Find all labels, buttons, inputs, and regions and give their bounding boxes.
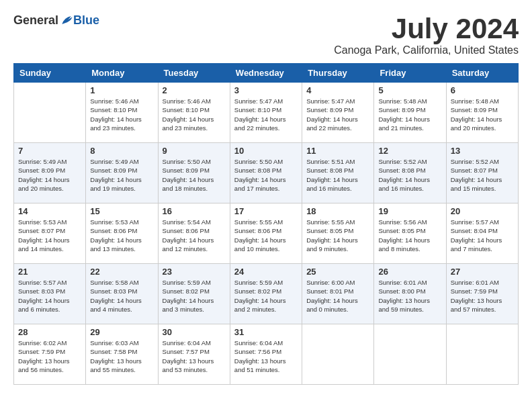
day-number: 7 — [18, 146, 81, 156]
week-row-1: 1Sunrise: 5:46 AM Sunset: 8:10 PM Daylig… — [14, 83, 519, 143]
day-number: 1 — [90, 85, 153, 95]
day-info: Sunrise: 5:55 AM Sunset: 8:06 PM Dayligh… — [234, 218, 298, 253]
day-info: Sunrise: 5:47 AM Sunset: 8:10 PM Dayligh… — [234, 97, 298, 132]
title-block: July 2024 Canoga Park, California, Unite… — [334, 13, 519, 56]
day-number: 16 — [163, 206, 226, 216]
day-info: Sunrise: 5:57 AM Sunset: 8:03 PM Dayligh… — [18, 278, 81, 314]
day-number: 23 — [163, 267, 226, 277]
day-number: 8 — [90, 146, 153, 156]
page-header: General Blue July 2024 Canoga Park, Cali… — [13, 13, 519, 56]
calendar-cell: 25Sunrise: 6:00 AM Sunset: 8:01 PM Dayli… — [302, 264, 374, 324]
calendar-cell: 15Sunrise: 5:53 AM Sunset: 8:06 PM Dayli… — [86, 203, 158, 264]
calendar-cell: 23Sunrise: 5:59 AM Sunset: 8:02 PM Dayli… — [158, 264, 230, 324]
day-number: 13 — [451, 146, 514, 156]
day-number: 10 — [234, 146, 298, 156]
day-number: 14 — [18, 206, 81, 216]
location: Canoga Park, California, United States — [334, 44, 519, 56]
day-info: Sunrise: 5:57 AM Sunset: 8:04 PM Dayligh… — [451, 218, 514, 253]
day-number: 17 — [234, 206, 298, 216]
day-number: 3 — [234, 85, 298, 95]
logo-blue: Blue — [73, 13, 99, 28]
weekday-header-sunday: Sunday — [14, 64, 86, 83]
day-info: Sunrise: 5:58 AM Sunset: 8:03 PM Dayligh… — [90, 278, 153, 314]
calendar-cell: 5Sunrise: 5:48 AM Sunset: 8:09 PM Daylig… — [374, 83, 446, 143]
day-info: Sunrise: 5:50 AM Sunset: 8:08 PM Dayligh… — [234, 157, 298, 193]
day-info: Sunrise: 5:53 AM Sunset: 8:06 PM Dayligh… — [90, 218, 153, 253]
calendar-cell: 4Sunrise: 5:47 AM Sunset: 8:09 PM Daylig… — [302, 83, 374, 143]
weekday-header-wednesday: Wednesday — [230, 64, 302, 83]
day-number: 25 — [306, 267, 369, 277]
day-number: 12 — [378, 146, 441, 156]
calendar-cell: 22Sunrise: 5:58 AM Sunset: 8:03 PM Dayli… — [86, 264, 158, 324]
calendar-cell — [374, 324, 446, 385]
calendar-cell: 3Sunrise: 5:47 AM Sunset: 8:10 PM Daylig… — [230, 83, 302, 143]
calendar-cell: 28Sunrise: 6:02 AM Sunset: 7:59 PM Dayli… — [14, 324, 86, 385]
month-title: July 2024 — [334, 13, 519, 44]
day-info: Sunrise: 5:47 AM Sunset: 8:09 PM Dayligh… — [306, 97, 369, 132]
day-info: Sunrise: 6:03 AM Sunset: 7:58 PM Dayligh… — [90, 338, 153, 374]
weekday-header-monday: Monday — [86, 64, 158, 83]
week-row-2: 7Sunrise: 5:49 AM Sunset: 8:09 PM Daylig… — [14, 143, 519, 203]
day-info: Sunrise: 5:50 AM Sunset: 8:09 PM Dayligh… — [163, 157, 226, 193]
logo: General Blue — [13, 13, 99, 28]
day-info: Sunrise: 6:04 AM Sunset: 7:56 PM Dayligh… — [234, 338, 298, 374]
calendar-cell: 29Sunrise: 6:03 AM Sunset: 7:58 PM Dayli… — [86, 324, 158, 385]
calendar-cell: 7Sunrise: 5:49 AM Sunset: 8:09 PM Daylig… — [14, 143, 86, 203]
calendar-cell: 24Sunrise: 5:59 AM Sunset: 8:02 PM Dayli… — [230, 264, 302, 324]
day-number: 30 — [163, 327, 226, 337]
day-number: 2 — [163, 85, 226, 95]
day-number: 6 — [451, 85, 514, 95]
day-info: Sunrise: 5:52 AM Sunset: 8:07 PM Dayligh… — [451, 157, 514, 193]
weekday-header-thursday: Thursday — [302, 64, 374, 83]
day-info: Sunrise: 6:00 AM Sunset: 8:01 PM Dayligh… — [306, 278, 369, 314]
calendar-cell: 17Sunrise: 5:55 AM Sunset: 8:06 PM Dayli… — [230, 203, 302, 264]
week-row-5: 28Sunrise: 6:02 AM Sunset: 7:59 PM Dayli… — [14, 324, 519, 385]
calendar-cell: 16Sunrise: 5:54 AM Sunset: 8:06 PM Dayli… — [158, 203, 230, 264]
weekday-header-saturday: Saturday — [446, 64, 518, 83]
day-info: Sunrise: 5:54 AM Sunset: 8:06 PM Dayligh… — [163, 218, 226, 253]
calendar-cell: 8Sunrise: 5:49 AM Sunset: 8:09 PM Daylig… — [86, 143, 158, 203]
day-number: 15 — [90, 206, 153, 216]
calendar-cell — [302, 324, 374, 385]
calendar-cell: 20Sunrise: 5:57 AM Sunset: 8:04 PM Dayli… — [446, 203, 518, 264]
day-info: Sunrise: 6:02 AM Sunset: 7:59 PM Dayligh… — [18, 338, 81, 374]
day-number: 11 — [306, 146, 369, 156]
calendar-cell: 21Sunrise: 5:57 AM Sunset: 8:03 PM Dayli… — [14, 264, 86, 324]
day-number: 4 — [306, 85, 369, 95]
calendar-cell: 1Sunrise: 5:46 AM Sunset: 8:10 PM Daylig… — [86, 83, 158, 143]
weekday-header-row: SundayMondayTuesdayWednesdayThursdayFrid… — [14, 64, 519, 83]
week-row-4: 21Sunrise: 5:57 AM Sunset: 8:03 PM Dayli… — [14, 264, 519, 324]
calendar-cell: 26Sunrise: 6:01 AM Sunset: 8:00 PM Dayli… — [374, 264, 446, 324]
day-info: Sunrise: 5:52 AM Sunset: 8:08 PM Dayligh… — [378, 157, 441, 193]
day-number: 20 — [451, 206, 514, 216]
calendar-cell: 12Sunrise: 5:52 AM Sunset: 8:08 PM Dayli… — [374, 143, 446, 203]
calendar-cell — [446, 324, 518, 385]
day-number: 28 — [18, 327, 81, 337]
calendar-cell: 10Sunrise: 5:50 AM Sunset: 8:08 PM Dayli… — [230, 143, 302, 203]
day-info: Sunrise: 5:49 AM Sunset: 8:09 PM Dayligh… — [90, 157, 153, 193]
day-info: Sunrise: 5:46 AM Sunset: 8:10 PM Dayligh… — [90, 97, 153, 132]
day-info: Sunrise: 5:46 AM Sunset: 8:10 PM Dayligh… — [163, 97, 226, 132]
day-number: 18 — [306, 206, 369, 216]
day-number: 27 — [451, 267, 514, 277]
weekday-header-friday: Friday — [374, 64, 446, 83]
day-info: Sunrise: 5:48 AM Sunset: 8:09 PM Dayligh… — [378, 97, 441, 132]
day-number: 22 — [90, 267, 153, 277]
calendar-cell: 13Sunrise: 5:52 AM Sunset: 8:07 PM Dayli… — [446, 143, 518, 203]
calendar-cell: 18Sunrise: 5:55 AM Sunset: 8:05 PM Dayli… — [302, 203, 374, 264]
calendar-cell: 6Sunrise: 5:48 AM Sunset: 8:09 PM Daylig… — [446, 83, 518, 143]
calendar-cell: 2Sunrise: 5:46 AM Sunset: 8:10 PM Daylig… — [158, 83, 230, 143]
day-info: Sunrise: 5:55 AM Sunset: 8:05 PM Dayligh… — [306, 218, 369, 253]
day-info: Sunrise: 6:01 AM Sunset: 7:59 PM Dayligh… — [451, 278, 514, 314]
calendar-cell: 14Sunrise: 5:53 AM Sunset: 8:07 PM Dayli… — [14, 203, 86, 264]
calendar-cell: 27Sunrise: 6:01 AM Sunset: 7:59 PM Dayli… — [446, 264, 518, 324]
day-info: Sunrise: 5:49 AM Sunset: 8:09 PM Dayligh… — [18, 157, 81, 193]
day-number: 21 — [18, 267, 81, 277]
day-number: 31 — [234, 327, 298, 337]
day-info: Sunrise: 5:59 AM Sunset: 8:02 PM Dayligh… — [163, 278, 226, 314]
calendar-cell: 31Sunrise: 6:04 AM Sunset: 7:56 PM Dayli… — [230, 324, 302, 385]
day-info: Sunrise: 6:04 AM Sunset: 7:57 PM Dayligh… — [163, 338, 226, 374]
day-info: Sunrise: 6:01 AM Sunset: 8:00 PM Dayligh… — [378, 278, 441, 314]
day-number: 19 — [378, 206, 441, 216]
day-number: 5 — [378, 85, 441, 95]
